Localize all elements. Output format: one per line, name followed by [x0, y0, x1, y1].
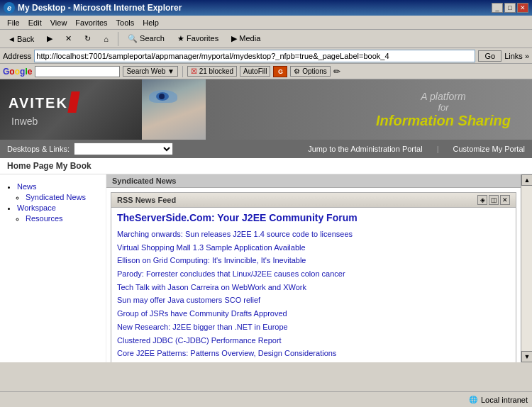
rss-main-link[interactable]: TheServerSide.Com: Your J2EE Community F… [117, 212, 510, 223]
rss-item-0[interactable]: Marching onwards: Sun releases J2EE 1.4 … [117, 228, 510, 241]
rss-icon-btn-3[interactable]: ✕ [500, 195, 510, 205]
desktops-label: Desktops & Links: [7, 145, 70, 153]
google-logo: Google [3, 67, 32, 77]
sidebar-item-syndicated-news: Syndicated News [26, 193, 99, 201]
sidebar-sub-list-workspace: Resources [17, 214, 99, 223]
menu-file[interactable]: File [3, 17, 24, 28]
scroll-track [521, 186, 532, 351]
sidebar-link-news[interactable]: News [17, 182, 37, 191]
logo-sub-area: Inweb [9, 116, 133, 127]
search-button[interactable]: 🔍 Search [123, 32, 170, 45]
google-bar: Google Search Web ▼ ☒ 21 blocked AutoFil… [0, 64, 532, 79]
address-input[interactable] [34, 50, 475, 62]
menu-tools[interactable]: Tools [112, 17, 139, 28]
options-button[interactable]: ⚙ Options [290, 66, 330, 77]
tagline-for: for [376, 102, 511, 113]
close-button[interactable]: ✕ [517, 3, 528, 13]
rss-panel-title: RSS News Feed [117, 196, 176, 204]
rss-item-6[interactable]: Group of JSRs have Community Drafts Appr… [117, 307, 510, 320]
tagline-bottom: Information Sharing [376, 113, 511, 129]
rss-item-4[interactable]: Tech Talk with Jason Carreira on WebWork… [117, 281, 510, 294]
sidebar-link-resources[interactable]: Resources [26, 214, 63, 223]
rss-item-8[interactable]: Clustered JDBC (C-JDBC) Performance Repo… [117, 334, 510, 347]
customize-portal-link[interactable]: Customize My Portal [453, 145, 525, 153]
rss-panel: RSS News Feed ◈ ◫ ✕ TheServerSide.Com: Y… [111, 192, 516, 362]
menu-view[interactable]: View [46, 17, 72, 28]
rss-panel-icons: ◈ ◫ ✕ [477, 195, 510, 205]
logo-text: AVITEK [9, 95, 68, 111]
back-button[interactable]: ◄ Back [3, 33, 39, 45]
forward-button[interactable]: ▶ [42, 32, 57, 45]
scroll-down-button[interactable]: ▼ [521, 351, 532, 362]
logo-subtext: Inweb [11, 116, 38, 127]
banner-logo: AVITEK Inweb [0, 79, 142, 140]
scrollbar[interactable]: ▲ ▼ [521, 174, 532, 362]
banner-face-area [142, 79, 206, 140]
logo-accent [67, 91, 79, 113]
window-controls: _ □ ✕ [492, 3, 528, 13]
google-search-input[interactable] [35, 66, 120, 77]
sidebar-nav: News Syndicated News Workspace Resources [0, 174, 106, 362]
home-button[interactable]: ⌂ [99, 33, 113, 45]
sidebar-item-news: News Syndicated News [17, 182, 99, 201]
popup-blocked-button[interactable]: ☒ 21 blocked [187, 66, 237, 77]
jump-admin-link[interactable]: Jump to the Administration Portal [308, 145, 422, 153]
maximize-button[interactable]: □ [504, 3, 516, 13]
rss-item-9[interactable]: Core J2EE Patterns: Patterns Overview, D… [117, 347, 510, 360]
menu-bar: File Edit View Favorites Tools Help [0, 16, 532, 30]
google-search-web-button[interactable]: Search Web ▼ [123, 66, 178, 77]
minimize-button[interactable]: _ [492, 3, 503, 13]
menu-favorites[interactable]: Favorites [71, 17, 111, 28]
rss-item-5[interactable]: Sun may offer Java customers SCO relief [117, 294, 510, 307]
rss-icon-btn-2[interactable]: ◫ [489, 195, 499, 205]
nav-separator: | [437, 145, 439, 153]
address-label: Address [3, 52, 31, 60]
rss-item-1[interactable]: Virtual Shopping Mall 1.3 Sample Applica… [117, 241, 510, 255]
section-header-syndicated-news: Syndicated News [106, 174, 521, 188]
address-bar: Address Go Links » [0, 48, 532, 64]
rss-item-7[interactable]: New Research: J2EE bigger than .NET in E… [117, 320, 510, 334]
rss-item-3[interactable]: Parody: Forrester concludes that Linux/J… [117, 267, 510, 281]
toolbar-sep-1 [118, 32, 118, 46]
scroll-up-button[interactable]: ▲ [521, 174, 532, 186]
ie-icon [4, 2, 15, 13]
toolbar: ◄ Back ▶ ✕ ↻ ⌂ 🔍 Search ★ Favorites ▶ Me… [0, 30, 532, 48]
banner-right: A platform for Information Sharing [206, 79, 532, 140]
page-banner: AVITEK Inweb A platform for [0, 79, 532, 140]
favorites-button[interactable]: ★ Favorites [172, 32, 223, 45]
zone-icon: 🌐 [467, 394, 479, 406]
sidebar-sub-list-news: Syndicated News [17, 193, 99, 201]
sidebar-item-resources: Resources [26, 214, 99, 223]
tagline-top: A platform [376, 91, 511, 102]
page-title: Home Page My Book [7, 161, 92, 171]
go-button[interactable]: Go [478, 50, 501, 62]
autofill-button[interactable]: AutoFill [240, 66, 270, 77]
google-sep [182, 66, 183, 77]
sidebar-link-syndicated-news[interactable]: Syndicated News [26, 193, 86, 201]
rss-item-2[interactable]: Ellison on Grid Computing: It's Invincib… [117, 254, 510, 267]
content-area: News Syndicated News Workspace Resources [0, 174, 532, 362]
window-title: My Desktop - Microsoft Internet Explorer [18, 3, 182, 13]
sidebar-link-workspace[interactable]: Workspace [17, 203, 56, 212]
title-bar: My Desktop - Microsoft Internet Explorer… [0, 0, 532, 16]
google-icon-1: G [273, 66, 287, 77]
banner-tagline: A platform for Information Sharing [376, 91, 511, 129]
desktops-section: Desktops & Links: [7, 143, 173, 155]
rss-content: TheServerSide.Com: Your J2EE Community F… [111, 208, 516, 362]
rss-icon-btn-1[interactable]: ◈ [477, 195, 487, 205]
page-title-bar: Home Page My Book [0, 158, 532, 174]
media-button[interactable]: ▶ Media [226, 32, 265, 45]
status-zone: 🌐 Local intranet [467, 394, 528, 406]
refresh-button[interactable]: ↻ [79, 32, 96, 45]
rss-panel-header: RSS News Feed ◈ ◫ ✕ [111, 193, 516, 208]
stop-button[interactable]: ✕ [60, 32, 77, 45]
sidebar-list: News Syndicated News Workspace Resources [7, 182, 99, 223]
sidebar-item-workspace: Workspace Resources [17, 203, 99, 223]
section-header-label: Syndicated News [112, 177, 176, 185]
menu-help[interactable]: Help [138, 17, 163, 28]
browser-viewport: AVITEK Inweb A platform for [0, 79, 532, 362]
nav-bar: Desktops & Links: Jump to the Administra… [0, 140, 532, 158]
desktops-select[interactable] [74, 143, 173, 155]
status-bar: 🌐 Local intranet [0, 391, 532, 407]
menu-edit[interactable]: Edit [24, 17, 46, 28]
